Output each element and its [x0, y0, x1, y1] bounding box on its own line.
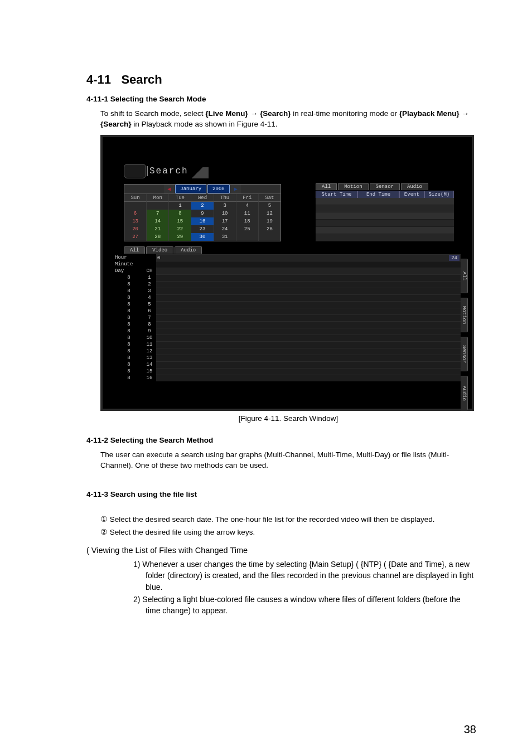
calendar-day-cell[interactable]: 23 [191, 225, 214, 233]
calendar-day-cell[interactable]: 5 [259, 202, 280, 210]
event-tab[interactable]: All [316, 183, 337, 190]
timeline-bar[interactable] [156, 321, 461, 328]
timeline-bar[interactable] [156, 274, 461, 281]
timeline-bar[interactable] [156, 335, 461, 341]
vertical-tab[interactable]: Motion [461, 298, 468, 332]
row-day-value: 8 [114, 301, 143, 308]
calendar-day-cell[interactable]: 27 [124, 233, 147, 241]
calendar-day-cell[interactable]: 29 [169, 233, 191, 241]
timeline-channel-row[interactable]: 86 [114, 308, 461, 314]
timeline-channel-row[interactable]: 816 [114, 375, 461, 381]
list-row[interactable] [316, 220, 454, 227]
timeline-bar[interactable] [156, 341, 461, 348]
timeline-channel-row[interactable]: 88 [114, 321, 461, 328]
row-label-minute: Minute [114, 261, 143, 268]
calendar-day-cell[interactable]: 12 [259, 210, 280, 217]
row-channel-value: 7 [143, 314, 156, 321]
calendar-day-cell[interactable]: 28 [147, 233, 169, 241]
calendar-day-cell[interactable]: 24 [214, 225, 236, 233]
calendar-month[interactable]: January [175, 185, 206, 193]
timeline-bar[interactable] [156, 294, 461, 301]
list-row[interactable] [316, 198, 454, 205]
calendar-day-cell[interactable]: 30 [191, 233, 214, 241]
event-list[interactable] [316, 198, 454, 241]
calendar-day-cell[interactable]: 4 [236, 202, 259, 210]
calendar-day-cell[interactable]: 19 [259, 217, 280, 225]
timeline-graph: Hour 0 24 Minute Day CH [114, 254, 461, 406]
calendar-day-cell[interactable]: 8 [169, 210, 191, 217]
timeline-channel-row[interactable]: 87 [114, 314, 461, 321]
viewing-list-block: ( Viewing the List of Files with Changed… [86, 545, 476, 617]
timeline-bar[interactable] [156, 301, 461, 308]
intro-paragraph: To shift to Search mode, select {Live Me… [100, 109, 476, 129]
timeline-bar[interactable] [156, 314, 461, 321]
calendar-day-cell[interactable]: 9 [191, 210, 214, 217]
timeline-bar[interactable] [156, 368, 461, 375]
event-tab[interactable]: Sensor [370, 183, 400, 190]
row-channel-value: 3 [143, 288, 156, 294]
timeline-channel-row[interactable]: 89 [114, 328, 461, 335]
calendar-prev-button[interactable]: ◀ [164, 185, 174, 193]
list-row[interactable] [316, 212, 454, 220]
vertical-tab[interactable]: All [461, 259, 468, 293]
timeline-channel-row[interactable]: 812 [114, 348, 461, 355]
timeline-channel-row[interactable]: 813 [114, 355, 461, 361]
timeline-bar[interactable] [156, 348, 461, 355]
calendar-day-cell[interactable]: 21 [147, 225, 169, 233]
timeline-channel-row[interactable]: 84 [114, 294, 461, 301]
calendar-day-cell[interactable]: 26 [259, 225, 280, 233]
timeline-bar[interactable] [156, 281, 461, 288]
timeline-channel-row[interactable]: 83 [114, 288, 461, 294]
calendar-day-cell[interactable]: 14 [147, 217, 169, 225]
calendar-day-cell[interactable]: 15 [169, 217, 191, 225]
col-start-time: Start Time [316, 191, 357, 198]
col-event: Event [399, 191, 424, 198]
calendar-day-cell[interactable]: 17 [214, 217, 236, 225]
row-channel-value: 9 [143, 328, 156, 335]
calendar: ◀ January 2008 ▶ SunMonTueWedThuFriSat 1… [124, 184, 281, 241]
calendar-day-cell[interactable]: 3 [214, 202, 236, 210]
timeline-channel-row[interactable]: 815 [114, 368, 461, 375]
calendar-day-cell[interactable]: 2 [191, 202, 214, 210]
calendar-day-cell[interactable]: 7 [147, 210, 169, 217]
section-name: Search [121, 72, 162, 86]
calendar-day-cell[interactable]: 22 [169, 225, 191, 233]
calendar-day-cell[interactable]: 31 [214, 233, 236, 241]
timeline-channel-row[interactable]: 85 [114, 301, 461, 308]
calendar-year[interactable]: 2008 [207, 185, 230, 193]
timeline-bar[interactable] [156, 288, 461, 294]
calendar-day-cell[interactable]: 20 [124, 225, 147, 233]
timeline-bar[interactable] [156, 308, 461, 314]
timeline-channel-row[interactable]: 81 [114, 274, 461, 281]
vertical-tab[interactable]: Sensor [461, 337, 468, 371]
list-row[interactable] [316, 234, 454, 241]
calendar-day-cell[interactable]: 13 [124, 217, 147, 225]
calendar-day-cell[interactable]: 11 [236, 210, 259, 217]
list-row[interactable] [316, 205, 454, 212]
calendar-day-cell[interactable]: 10 [214, 210, 236, 217]
calendar-day-cell[interactable]: 18 [236, 217, 259, 225]
timeline-bar[interactable] [156, 355, 461, 361]
timeline-bar[interactable] [156, 328, 461, 335]
list-row[interactable] [316, 227, 454, 234]
event-tab[interactable]: Motion [338, 183, 368, 190]
calendar-day-cell[interactable]: 6 [124, 210, 147, 217]
timeline-channel-row[interactable]: 82 [114, 281, 461, 288]
lower-tab[interactable]: Video [146, 246, 173, 254]
circled-number-2: ② [100, 528, 108, 536]
row-day-value: 8 [114, 294, 143, 301]
calendar-day-cell[interactable]: 25 [236, 225, 259, 233]
timeline-channel-row[interactable]: 810 [114, 335, 461, 341]
calendar-day-cell[interactable]: 1 [169, 202, 191, 210]
event-tab[interactable]: Audio [401, 183, 428, 190]
row-channel-value: 4 [143, 294, 156, 301]
calendar-next-button[interactable]: ▶ [231, 185, 241, 193]
lower-tab[interactable]: All [124, 246, 145, 254]
timeline-bar[interactable] [156, 375, 461, 381]
timeline-channel-row[interactable]: 814 [114, 361, 461, 368]
lower-tab[interactable]: Audio [175, 246, 202, 254]
timeline-bar[interactable] [156, 361, 461, 368]
timeline-channel-row[interactable]: 811 [114, 341, 461, 348]
calendar-day-cell[interactable]: 16 [191, 217, 214, 225]
vertical-tab[interactable]: Audio [461, 376, 468, 410]
